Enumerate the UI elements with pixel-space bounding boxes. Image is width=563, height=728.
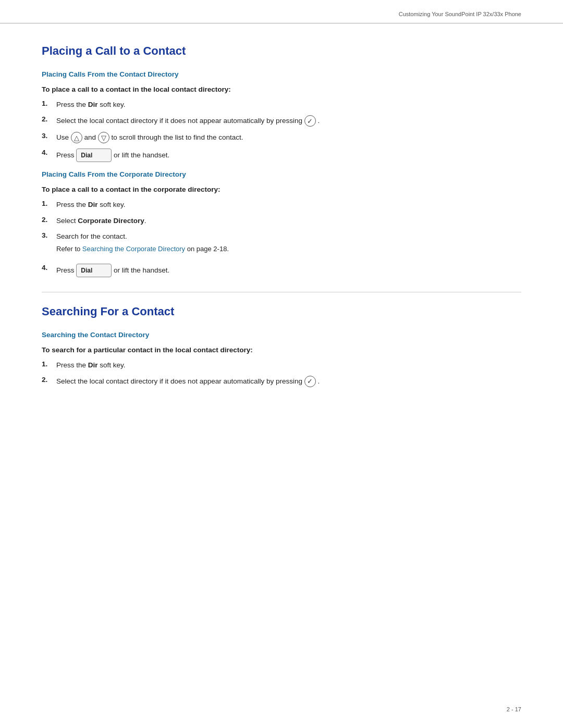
dial-label: Dial [81,151,92,160]
step-num: 1. [42,200,56,207]
procedure-title-search-local: To search for a particular contact in th… [42,346,521,354]
steps-list-local: 1. Press the Dir soft key. 2. Select the… [42,100,521,162]
section-title-searching: Searching For a Contact [42,305,521,318]
subsection-placing-corporate: Placing Calls From the Corporate Directo… [42,170,521,277]
step-3-local: 3. Use △ and ▽ to scroll through the lis… [42,132,521,143]
subsection-placing-local: Placing Calls From the Contact Directory… [42,70,521,162]
step-num: 2. [42,216,56,224]
dir-key-search: Dir [88,361,98,369]
searching-corporate-link[interactable]: Searching the Corporate Directory [82,245,185,253]
subsection-title-local: Placing Calls From the Contact Directory [42,70,521,78]
down-arrow-icon: ▽ [98,132,109,143]
step-num: 1. [42,100,56,107]
section-title-placing: Placing a Call to a Contact [42,44,521,58]
dial-button: Dial [76,149,112,162]
step-1-local: 1. Press the Dir soft key. [42,100,521,110]
page-container: Customizing Your SoundPoint IP 32x/33x P… [0,0,563,728]
dial-button-corp: Dial [76,264,112,277]
step-content: Press the Dir soft key. [56,360,521,371]
procedure-title-corporate: To place a call to a contact in the corp… [42,186,521,193]
step-content: Select Corporate Directory. [56,216,521,226]
dir-key: Dir [88,101,98,108]
steps-list-corporate: 1. Press the Dir soft key. 2. Select Cor… [42,200,521,277]
step-num: 4. [42,149,56,156]
check-circle-icon-2: ✓ [304,376,316,387]
step-num: 1. [42,360,56,368]
step-content: Press the Dir soft key. [56,200,521,210]
step-2-search: 2. Select the local contact directory if… [42,376,521,387]
dir-key: Dir [88,201,98,208]
procedure-title-local: To place a call to a contact in the loca… [42,85,521,93]
dial-label-corp: Dial [81,266,92,275]
step-num: 2. [42,115,56,123]
header-text: Customizing Your SoundPoint IP 32x/33x P… [399,11,521,17]
page-header: Customizing Your SoundPoint IP 32x/33x P… [0,0,563,23]
step-1-corp: 1. Press the Dir soft key. [42,200,521,210]
corporate-directory-label: Corporate Directory [78,217,144,225]
up-arrow-icon: △ [71,132,82,143]
ref-text: Refer to Searching the Corporate Directo… [56,244,229,254]
step-num: 3. [42,231,56,239]
step-content: Use △ and ▽ to scroll through the list t… [56,132,521,143]
step-4-local: 4. Press Dial or lift the handset. [42,149,521,162]
subsection-title-search-local: Searching the Contact Directory [42,331,521,339]
step-2-corp: 2. Select Corporate Directory. [42,216,521,226]
step-content: Search for the contact. Refer to Searchi… [56,231,521,258]
step-content: Select the local contact directory if it… [56,115,521,127]
step-content: Press the Dir soft key. [56,100,521,110]
step-content: Select the local contact directory if it… [56,376,521,387]
step-3-corp: 3. Search for the contact. Refer to Sear… [42,231,521,258]
step-num: 3. [42,132,56,140]
step-content: Press Dial or lift the handset. [56,149,521,162]
steps-list-search-local: 1. Press the Dir soft key. 2. Select the… [42,360,521,387]
step-num: 4. [42,264,56,272]
main-content: Placing a Call to a Contact Placing Call… [0,23,563,427]
step-2-local: 2. Select the local contact directory if… [42,115,521,127]
section-separator [42,292,521,292]
check-circle-icon: ✓ [304,115,316,127]
subsection-title-corporate: Placing Calls From the Corporate Directo… [42,170,521,178]
subsection-searching-local: Searching the Contact Directory To searc… [42,331,521,387]
step-4-corp: 4. Press Dial or lift the handset. [42,264,521,277]
step-num: 2. [42,376,56,384]
page-number: 2 - 17 [507,706,521,712]
step-1-search: 1. Press the Dir soft key. [42,360,521,371]
step-content: Press Dial or lift the handset. [56,264,521,277]
page-footer: 2 - 17 [507,706,521,712]
